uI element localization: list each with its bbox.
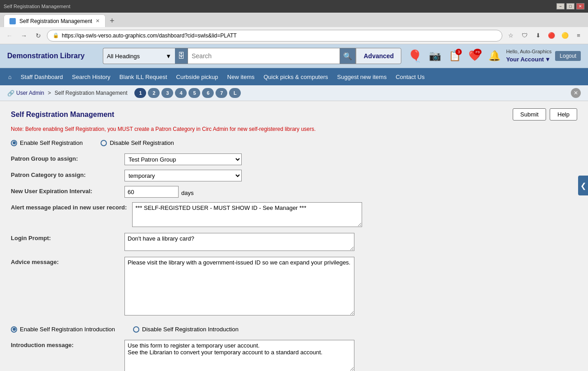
breadcrumb-icon: 🔗	[7, 90, 14, 97]
expiration-input[interactable]	[124, 186, 179, 198]
disable-intro-radio-circle	[133, 326, 139, 333]
titlebar-label: Self Registration Management	[4, 4, 70, 9]
help-button[interactable]: Help	[550, 108, 577, 121]
page-tab-7[interactable]: 7	[216, 88, 227, 98]
user-info: Hello, Auto-Graphics Your Account ▼	[506, 48, 551, 64]
nav-staff-dashboard[interactable]: Staff Dashboard	[16, 70, 68, 84]
shield-icon[interactable]: 🛡	[519, 30, 530, 42]
nav-quick-picks[interactable]: Quick picks & computers	[259, 70, 333, 84]
new-tab-button[interactable]: +	[106, 14, 118, 27]
disable-registration-label: Disable Self Registration	[110, 139, 174, 146]
note-text: Note: Before enabling Self Registration,…	[11, 126, 577, 132]
page-tab-5[interactable]: 5	[188, 88, 200, 98]
nav-suggest[interactable]: Suggest new items	[333, 70, 391, 84]
extension1-icon[interactable]: 🔴	[546, 30, 557, 42]
header-icons: 🎈 📷 📋 3 ❤️ F9 🔔 Hello, Auto-Graphics You…	[407, 48, 581, 64]
nav-home[interactable]: ⌂	[4, 70, 16, 84]
intro-message-label: Introduction message:	[11, 340, 119, 348]
patron-category-select[interactable]: temporary	[124, 170, 242, 181]
breadcrumb-separator: >	[48, 90, 51, 96]
camera-icon[interactable]: 📷	[427, 48, 443, 64]
enable-intro-radio[interactable]: Enable Self Registration Introduction	[11, 326, 115, 333]
nav-contact[interactable]: Contact Us	[391, 70, 429, 84]
enable-registration-label: Enable Self Registration	[20, 139, 83, 146]
advanced-button[interactable]: Advanced	[356, 48, 401, 64]
login-prompt-label: Login Prompt:	[11, 233, 119, 241]
intro-message-textarea[interactable]: Use this form to register a temporary us…	[124, 340, 354, 371]
enable-registration-radio[interactable]: Enable Self Registration	[11, 139, 83, 146]
logout-button[interactable]: Logout	[555, 51, 581, 61]
alert-message-textarea[interactable]: *** SELF-REGISTED USER - MUST SHOW ID - …	[132, 202, 362, 227]
disable-registration-radio[interactable]: Disable Self Registration	[101, 139, 174, 146]
search-input[interactable]	[188, 48, 340, 64]
nav-search-history[interactable]: Search History	[68, 70, 115, 84]
page-tab-2[interactable]: 2	[148, 88, 160, 98]
nav-blank-ill[interactable]: Blank ILL Request	[115, 70, 172, 84]
intro-message-control: Use this form to register a temporary us…	[124, 340, 577, 371]
heading-select[interactable]: All Headings ▼	[103, 48, 175, 64]
alert-message-label: Alert message placed in new user record:	[11, 202, 127, 211]
bookmark-icon[interactable]: ☆	[505, 30, 517, 42]
page-tabs: 1 2 3 4 5 6 7 L	[134, 88, 241, 98]
balloon-icon[interactable]: 🎈	[407, 48, 423, 64]
maximize-button[interactable]: □	[566, 3, 574, 9]
disable-intro-radio[interactable]: Disable Self Registration Introduction	[133, 326, 239, 333]
menu-icon[interactable]: ≡	[573, 30, 584, 42]
download-icon[interactable]: ⬇	[532, 30, 544, 42]
advice-message-textarea[interactable]: Please visit the library with a governme…	[124, 257, 354, 315]
nav-curbside[interactable]: Curbside pickup	[172, 70, 223, 84]
alert-message-row: Alert message placed in new user record:…	[11, 202, 577, 228]
user-greeting: Hello, Auto-Graphics	[506, 48, 551, 55]
forward-button[interactable]: →	[18, 30, 30, 42]
search-bar: All Headings ▼ 🗄 🔍 Advanced	[103, 48, 401, 64]
sidebar-toggle-button[interactable]: ❮	[578, 176, 588, 195]
tab-label: Self Registration Management	[19, 18, 92, 24]
submit-button[interactable]: Submit	[513, 108, 546, 121]
list-icon[interactable]: 📋 3	[446, 48, 463, 64]
login-prompt-row: Login Prompt: Don't have a library card?	[11, 233, 577, 252]
advice-message-control: Please visit the library with a governme…	[124, 257, 577, 317]
page-tab-6[interactable]: 6	[202, 88, 214, 98]
enable-intro-label: Enable Self Registration Introduction	[20, 326, 115, 333]
minimize-button[interactable]: −	[556, 3, 565, 9]
database-icon[interactable]: 🗄	[175, 48, 188, 64]
registration-toggle-row: Enable Self Registration Disable Self Re…	[11, 139, 577, 146]
url-input[interactable]	[62, 32, 496, 39]
address-bar[interactable]: 🔒	[47, 30, 502, 42]
advice-message-row: Advice message: Please visit the library…	[11, 257, 577, 317]
patron-group-row: Patron Group to assign: Test Patron Grou…	[11, 153, 577, 165]
intro-toggle-row: Enable Self Registration Introduction Di…	[11, 326, 577, 333]
disable-radio-circle	[101, 140, 107, 146]
close-button[interactable]: ✕	[576, 3, 584, 9]
breadcrumb-current: Self Registration Management	[55, 90, 127, 96]
expiration-label: New User Expiration Interval:	[11, 186, 119, 195]
page-tab-4[interactable]: 4	[175, 88, 187, 98]
breadcrumb-prefix[interactable]: User Admin	[16, 90, 44, 96]
refresh-button[interactable]: ↻	[32, 30, 44, 42]
page-content: Self Registration Management Submit Help…	[0, 101, 588, 371]
login-prompt-textarea[interactable]: Don't have a library card?	[124, 233, 354, 251]
login-prompt-control: Don't have a library card?	[124, 233, 577, 252]
back-button[interactable]: ←	[4, 30, 15, 42]
tab-close-icon[interactable]: ✕	[96, 18, 100, 24]
breadcrumb-bar: 🔗 User Admin > Self Registration Managem…	[0, 85, 588, 101]
page-tab-1[interactable]: 1	[134, 88, 146, 98]
breadcrumb-close-button[interactable]: ✕	[571, 88, 581, 98]
patron-group-label: Patron Group to assign:	[11, 153, 119, 162]
bell-icon[interactable]: 🔔	[486, 48, 502, 64]
app-header: Demonstration Library All Headings ▼ 🗄 🔍…	[0, 44, 588, 68]
account-link[interactable]: Your Account ▼	[506, 56, 551, 64]
patron-group-select[interactable]: Test Patron Group	[124, 153, 242, 165]
page-tab-l[interactable]: L	[229, 88, 241, 98]
enable-intro-radio-circle	[11, 326, 17, 333]
search-go-button[interactable]: 🔍	[340, 48, 356, 64]
heart-icon[interactable]: ❤️ F9	[466, 48, 482, 64]
patron-category-row: Patron Category to assign: temporary	[11, 170, 577, 181]
nav-new-items[interactable]: New items	[223, 70, 259, 84]
patron-category-label: Patron Category to assign:	[11, 170, 119, 178]
heading-select-value: All Headings	[107, 53, 140, 60]
active-tab[interactable]: Self Registration Management ✕	[4, 14, 106, 27]
page-tab-3[interactable]: 3	[161, 88, 173, 98]
account-label: Your Account	[506, 56, 544, 64]
extension2-icon[interactable]: 🟡	[559, 30, 571, 42]
